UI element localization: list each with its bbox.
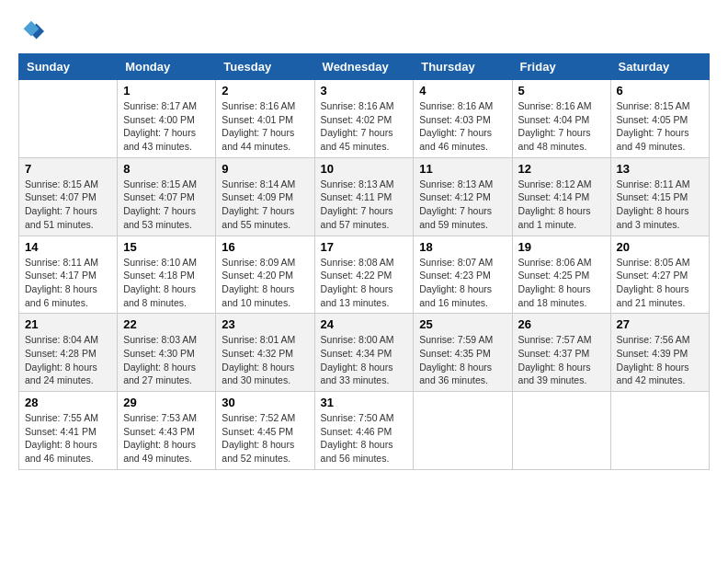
calendar-cell: 17Sunrise: 8:08 AM Sunset: 4:22 PM Dayli… <box>314 236 414 314</box>
day-info: Sunrise: 8:00 AM Sunset: 4:34 PM Dayligh… <box>321 333 408 387</box>
calendar-week-3: 14Sunrise: 8:11 AM Sunset: 4:17 PM Dayli… <box>19 236 710 314</box>
day-number: 29 <box>123 396 210 409</box>
day-info: Sunrise: 7:57 AM Sunset: 4:37 PM Dayligh… <box>518 333 605 387</box>
day-info: Sunrise: 8:11 AM Sunset: 4:15 PM Dayligh… <box>617 178 703 232</box>
day-info: Sunrise: 8:03 AM Sunset: 4:30 PM Dayligh… <box>123 333 210 387</box>
calendar-cell: 31Sunrise: 7:50 AM Sunset: 4:46 PM Dayli… <box>314 392 414 470</box>
calendar-week-2: 7Sunrise: 8:15 AM Sunset: 4:07 PM Daylig… <box>19 157 710 236</box>
day-info: Sunrise: 8:06 AM Sunset: 4:25 PM Dayligh… <box>518 256 605 310</box>
day-info: Sunrise: 8:16 AM Sunset: 4:03 PM Dayligh… <box>419 99 506 154</box>
day-number: 5 <box>518 84 605 98</box>
day-info: Sunrise: 8:17 AM Sunset: 4:00 PM Dayligh… <box>123 99 210 154</box>
day-number: 13 <box>617 162 703 176</box>
day-number: 25 <box>419 317 506 331</box>
weekday-header-saturday: Saturday <box>610 54 709 80</box>
logo-icon <box>18 18 44 44</box>
calendar-cell: 13Sunrise: 8:11 AM Sunset: 4:15 PM Dayli… <box>610 157 709 236</box>
calendar-cell <box>610 392 709 470</box>
calendar-cell: 8Sunrise: 8:15 AM Sunset: 4:07 PM Daylig… <box>118 157 216 236</box>
day-number: 9 <box>222 162 308 176</box>
day-number: 22 <box>123 317 210 331</box>
day-number: 20 <box>617 240 703 254</box>
day-number: 27 <box>617 317 703 331</box>
day-number: 3 <box>321 84 408 98</box>
day-number: 17 <box>321 240 408 254</box>
calendar-week-5: 28Sunrise: 7:55 AM Sunset: 4:41 PM Dayli… <box>19 392 710 470</box>
calendar-cell: 7Sunrise: 8:15 AM Sunset: 4:07 PM Daylig… <box>19 157 118 236</box>
logo <box>18 18 48 44</box>
calendar-cell: 12Sunrise: 8:12 AM Sunset: 4:14 PM Dayli… <box>512 157 610 236</box>
calendar-cell: 28Sunrise: 7:55 AM Sunset: 4:41 PM Dayli… <box>19 392 118 470</box>
calendar-table: SundayMondayTuesdayWednesdayThursdayFrid… <box>18 53 710 470</box>
day-info: Sunrise: 7:52 AM Sunset: 4:45 PM Dayligh… <box>222 411 308 465</box>
day-info: Sunrise: 7:59 AM Sunset: 4:35 PM Dayligh… <box>419 333 506 387</box>
day-number: 18 <box>419 240 506 254</box>
day-number: 30 <box>222 396 308 409</box>
day-info: Sunrise: 8:15 AM Sunset: 4:05 PM Dayligh… <box>617 99 703 154</box>
calendar-week-4: 21Sunrise: 8:04 AM Sunset: 4:28 PM Dayli… <box>19 314 710 392</box>
calendar-cell: 2Sunrise: 8:16 AM Sunset: 4:01 PM Daylig… <box>216 80 314 158</box>
calendar-cell: 21Sunrise: 8:04 AM Sunset: 4:28 PM Dayli… <box>19 314 118 392</box>
calendar-cell: 27Sunrise: 7:56 AM Sunset: 4:39 PM Dayli… <box>610 314 709 392</box>
day-number: 23 <box>222 317 308 331</box>
day-number: 24 <box>321 317 408 331</box>
calendar-cell: 10Sunrise: 8:13 AM Sunset: 4:11 PM Dayli… <box>314 157 414 236</box>
day-number: 7 <box>25 162 111 176</box>
day-number: 6 <box>617 84 703 98</box>
calendar-cell: 16Sunrise: 8:09 AM Sunset: 4:20 PM Dayli… <box>216 236 314 314</box>
weekday-header-sunday: Sunday <box>19 54 118 80</box>
day-number: 8 <box>123 162 210 176</box>
day-info: Sunrise: 8:09 AM Sunset: 4:20 PM Dayligh… <box>222 256 308 310</box>
day-info: Sunrise: 8:10 AM Sunset: 4:18 PM Dayligh… <box>123 256 210 310</box>
day-info: Sunrise: 7:56 AM Sunset: 4:39 PM Dayligh… <box>617 333 703 387</box>
day-info: Sunrise: 8:16 AM Sunset: 4:04 PM Dayligh… <box>518 99 605 154</box>
calendar-cell: 11Sunrise: 8:13 AM Sunset: 4:12 PM Dayli… <box>414 157 512 236</box>
weekday-header-thursday: Thursday <box>414 54 512 80</box>
day-number: 11 <box>419 162 506 176</box>
calendar-cell: 23Sunrise: 8:01 AM Sunset: 4:32 PM Dayli… <box>216 314 314 392</box>
day-number: 15 <box>123 240 210 254</box>
day-number: 16 <box>222 240 308 254</box>
calendar-cell: 6Sunrise: 8:15 AM Sunset: 4:05 PM Daylig… <box>610 80 709 158</box>
day-number: 12 <box>518 162 605 176</box>
calendar-cell: 30Sunrise: 7:52 AM Sunset: 4:45 PM Dayli… <box>216 392 314 470</box>
calendar-cell <box>512 392 610 470</box>
day-number: 31 <box>321 396 408 409</box>
weekday-header-friday: Friday <box>512 54 610 80</box>
calendar-cell: 26Sunrise: 7:57 AM Sunset: 4:37 PM Dayli… <box>512 314 610 392</box>
calendar-cell: 19Sunrise: 8:06 AM Sunset: 4:25 PM Dayli… <box>512 236 610 314</box>
calendar-cell: 4Sunrise: 8:16 AM Sunset: 4:03 PM Daylig… <box>414 80 512 158</box>
day-info: Sunrise: 8:01 AM Sunset: 4:32 PM Dayligh… <box>222 333 308 387</box>
weekday-header-monday: Monday <box>118 54 216 80</box>
day-number: 1 <box>123 84 210 98</box>
day-info: Sunrise: 8:15 AM Sunset: 4:07 PM Dayligh… <box>123 178 210 232</box>
calendar-cell: 24Sunrise: 8:00 AM Sunset: 4:34 PM Dayli… <box>314 314 414 392</box>
day-info: Sunrise: 7:55 AM Sunset: 4:41 PM Dayligh… <box>25 411 111 465</box>
day-info: Sunrise: 8:04 AM Sunset: 4:28 PM Dayligh… <box>25 333 111 387</box>
calendar-cell: 1Sunrise: 8:17 AM Sunset: 4:00 PM Daylig… <box>118 80 216 158</box>
calendar-cell: 14Sunrise: 8:11 AM Sunset: 4:17 PM Dayli… <box>19 236 118 314</box>
calendar-cell: 18Sunrise: 8:07 AM Sunset: 4:23 PM Dayli… <box>414 236 512 314</box>
day-info: Sunrise: 7:53 AM Sunset: 4:43 PM Dayligh… <box>123 411 210 465</box>
day-number: 4 <box>419 84 506 98</box>
calendar-cell: 20Sunrise: 8:05 AM Sunset: 4:27 PM Dayli… <box>610 236 709 314</box>
calendar-cell: 5Sunrise: 8:16 AM Sunset: 4:04 PM Daylig… <box>512 80 610 158</box>
day-info: Sunrise: 8:15 AM Sunset: 4:07 PM Dayligh… <box>25 178 111 232</box>
weekday-header-wednesday: Wednesday <box>314 54 414 80</box>
day-number: 28 <box>25 396 111 409</box>
calendar-cell: 25Sunrise: 7:59 AM Sunset: 4:35 PM Dayli… <box>414 314 512 392</box>
day-number: 19 <box>518 240 605 254</box>
day-info: Sunrise: 8:14 AM Sunset: 4:09 PM Dayligh… <box>222 178 308 232</box>
calendar-cell: 15Sunrise: 8:10 AM Sunset: 4:18 PM Dayli… <box>118 236 216 314</box>
day-info: Sunrise: 8:07 AM Sunset: 4:23 PM Dayligh… <box>419 256 506 310</box>
day-info: Sunrise: 8:05 AM Sunset: 4:27 PM Dayligh… <box>617 256 703 310</box>
page-header <box>18 18 710 44</box>
day-info: Sunrise: 8:16 AM Sunset: 4:01 PM Dayligh… <box>222 99 308 154</box>
day-number: 21 <box>25 317 111 331</box>
calendar-cell: 3Sunrise: 8:16 AM Sunset: 4:02 PM Daylig… <box>314 80 414 158</box>
calendar-cell: 22Sunrise: 8:03 AM Sunset: 4:30 PM Dayli… <box>118 314 216 392</box>
calendar-cell <box>414 392 512 470</box>
calendar-week-1: 1Sunrise: 8:17 AM Sunset: 4:00 PM Daylig… <box>19 80 710 158</box>
day-info: Sunrise: 8:13 AM Sunset: 4:11 PM Dayligh… <box>321 178 408 232</box>
day-number: 2 <box>222 84 308 98</box>
